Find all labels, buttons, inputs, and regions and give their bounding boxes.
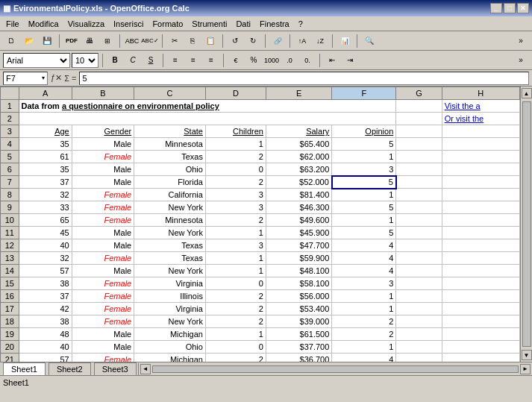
chart-button[interactable]: 📊 [337,34,353,48]
cell-E10[interactable]: $49.600 [266,214,331,227]
cell-E21[interactable]: $36.700 [266,354,331,362]
menu-modifica[interactable]: Modifica [24,18,63,30]
cell-H1[interactable]: Visit the a [442,100,519,113]
sort-desc-button[interactable]: ↓Z [312,34,328,48]
redo-button[interactable]: ↻ [245,34,261,48]
cell-E18[interactable]: $39.000 [266,315,331,328]
cell-A2[interactable] [19,113,396,125]
cell-D5[interactable]: 2 [205,151,266,163]
sheet-tab-2[interactable]: Sheet2 [48,362,91,375]
cell-G16[interactable] [396,290,442,303]
align-left-button[interactable]: ≡ [167,53,184,68]
cell-H19[interactable] [442,328,519,341]
cell-G11[interactable] [396,227,442,239]
cell-C19[interactable]: Michigan [134,328,206,341]
window-controls[interactable]: _ □ ✕ [490,3,529,13]
col-header-d[interactable]: D [205,87,266,100]
scroll-right-button[interactable]: ► [520,364,531,374]
close-button[interactable]: ✕ [517,3,529,13]
cell-A18[interactable]: 38 [19,315,72,328]
paste-button[interactable]: 📋 [202,34,219,48]
scroll-thumb[interactable] [522,101,531,347]
cell-H18[interactable] [442,315,519,328]
cell-A17[interactable]: 42 [19,303,72,315]
col-header-f[interactable]: F [332,87,396,100]
cell-H6[interactable] [442,163,519,176]
cell-F6[interactable]: 3 [332,163,396,176]
cell-B18[interactable]: Female [72,315,134,328]
cell-B9[interactable]: Female [72,201,134,214]
sort-asc-button[interactable]: ↑A [294,34,310,48]
cell-C13[interactable]: Texas [134,252,206,265]
maximize-button[interactable]: □ [504,3,516,13]
cell-B13[interactable]: Female [72,252,134,265]
cell-G9[interactable] [396,201,442,214]
cell-H20[interactable] [442,341,519,354]
spellcheck-button[interactable]: ABC [124,34,140,48]
cell-D10[interactable]: 2 [205,214,266,227]
cell-H17[interactable] [442,303,519,315]
sheet-tab-1[interactable]: Sheet1 [3,362,46,375]
cell-A11[interactable]: 45 [19,227,72,239]
col-header-h[interactable]: H [442,87,519,100]
cell-F14[interactable]: 4 [332,265,396,277]
cell-A4[interactable]: 35 [19,138,72,151]
cell-B19[interactable]: Male [72,328,134,341]
cell-C20[interactable]: Ohio [134,341,206,354]
toolbar-expand[interactable]: » [513,34,529,48]
cell-E7[interactable]: $52.000 [266,176,331,189]
cell-F3[interactable]: Opinion [332,125,396,138]
cell-H14[interactable] [442,265,519,277]
cell-C14[interactable]: New York [134,265,206,277]
cell-H4[interactable] [442,138,519,151]
cell-E12[interactable]: $47.700 [266,239,331,252]
cell-F18[interactable]: 2 [332,315,396,328]
cell-E6[interactable]: $63.200 [266,163,331,176]
autocorrect-button[interactable]: ABC✓ [142,34,158,48]
cell-F10[interactable]: 1 [332,214,396,227]
cell-G8[interactable] [396,189,442,201]
cell-D6[interactable]: 0 [205,163,266,176]
cell-D19[interactable]: 1 [205,328,266,341]
bold-button[interactable]: B [107,53,123,68]
cell-A21[interactable]: 57 [19,354,72,362]
cell-A12[interactable]: 40 [19,239,72,252]
cell-H16[interactable] [442,290,519,303]
cell-D18[interactable]: 2 [205,315,266,328]
hyperlink-button[interactable]: 🔗 [269,34,286,48]
cell-G10[interactable] [396,214,442,227]
cell-G4[interactable] [396,138,442,151]
formula-input[interactable] [79,72,529,85]
cell-C8[interactable]: California [134,189,206,201]
cell-B21[interactable]: Female [72,354,134,362]
cell-C3[interactable]: State [134,125,206,138]
indent-decrease-button[interactable]: ⇤ [324,53,340,68]
cell-B14[interactable]: Male [72,265,134,277]
cell-A8[interactable]: 32 [19,189,72,201]
cell-reference-box[interactable]: F7 ▾ [3,72,48,85]
cell-H3[interactable] [442,125,519,138]
cell-E13[interactable]: $59.900 [266,252,331,265]
cell-B16[interactable]: Female [72,290,134,303]
cell-E16[interactable]: $56.000 [266,290,331,303]
cell-G13[interactable] [396,252,442,265]
cell-E5[interactable]: $62.000 [266,151,331,163]
cell-D9[interactable]: 3 [205,201,266,214]
cell-B6[interactable]: Male [72,163,134,176]
menu-inserisci[interactable]: Inserisci [109,18,148,30]
menu-file[interactable]: File [1,18,24,30]
font-name-select[interactable]: Arial [3,53,70,68]
cell-A20[interactable]: 40 [19,341,72,354]
cell-D16[interactable]: 2 [205,290,266,303]
cut-button[interactable]: ✂ [166,34,183,48]
undo-button[interactable]: ↺ [227,34,243,48]
cell-D21[interactable]: 2 [205,354,266,362]
save-button[interactable]: 💾 [39,34,55,48]
cell-H2[interactable]: Or visit the [442,113,519,125]
cell-C5[interactable]: Texas [134,151,206,163]
cell-H9[interactable] [442,201,519,214]
cell-D12[interactable]: 3 [205,239,266,252]
preview-button[interactable]: ⊞ [99,34,116,48]
function-wizard-icon[interactable]: ƒ✕ [51,73,62,83]
cell-B15[interactable]: Female [72,277,134,290]
